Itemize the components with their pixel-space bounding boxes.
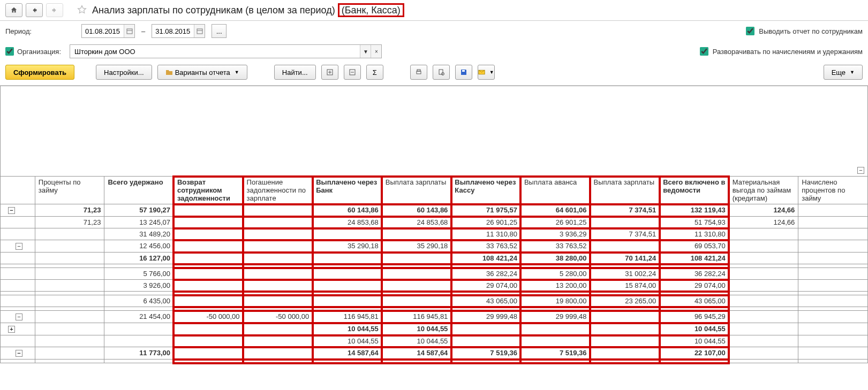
diskette-icon xyxy=(460,68,467,76)
table-cell: 7 374,51 xyxy=(590,204,660,217)
doc-search-icon xyxy=(437,68,445,76)
table-cell xyxy=(729,311,798,323)
table-cell: 33 763,52 xyxy=(451,240,521,253)
org-label: Организация: xyxy=(17,48,66,56)
home-button[interactable] xyxy=(5,3,22,17)
org-input[interactable] xyxy=(70,48,360,56)
table-cell xyxy=(243,323,313,335)
report-grid[interactable]: − Проценты по займуВсего удержаноВозврат… xyxy=(0,86,868,380)
tree-toggle[interactable]: − xyxy=(857,167,864,174)
table-cell xyxy=(798,280,868,292)
table-cell: 6 435,00 xyxy=(104,295,174,307)
table-cell xyxy=(35,347,104,360)
table-cell xyxy=(590,240,660,253)
settings-button[interactable]: Настройки... xyxy=(96,65,152,80)
favorite-icon[interactable] xyxy=(77,5,87,16)
table-cell: 11 310,80 xyxy=(451,228,521,240)
sigma-icon: Σ xyxy=(373,68,377,77)
sum-button[interactable]: Σ xyxy=(366,65,383,80)
svg-rect-11 xyxy=(439,70,443,74)
svg-rect-10 xyxy=(417,70,420,71)
collapse-all-button[interactable] xyxy=(344,65,361,80)
tree-toggle[interactable]: + xyxy=(8,326,15,333)
table-cell: 3 926,00 xyxy=(104,280,174,292)
find-button[interactable]: Найти... xyxy=(274,65,316,80)
date-to[interactable] xyxy=(152,24,205,38)
tree-toggle[interactable]: − xyxy=(16,350,22,357)
tree-toggle[interactable]: − xyxy=(8,207,15,214)
table-cell: 19 800,00 xyxy=(520,295,590,307)
table-cell: 33 763,52 xyxy=(520,240,590,253)
table-cell: 71 975,57 xyxy=(451,204,521,217)
table-cell: 7 374,51 xyxy=(590,228,660,240)
table-cell: 132 119,43 xyxy=(660,204,729,217)
dropdown-icon[interactable]: ▼ xyxy=(360,45,371,58)
folder-icon xyxy=(165,68,173,76)
table-cell xyxy=(35,323,104,335)
table-cell xyxy=(35,295,104,307)
email-button[interactable]: ▼ xyxy=(478,65,495,80)
table-cell xyxy=(313,228,382,240)
page-title: Анализ зарплаты по сотрудникам (в целом … xyxy=(92,5,404,16)
table-cell: 29 074,00 xyxy=(660,280,729,292)
table-cell xyxy=(35,360,104,363)
table-cell xyxy=(382,307,451,311)
table-cell xyxy=(729,268,798,280)
table-cell: 23 265,00 xyxy=(590,295,660,307)
back-button[interactable] xyxy=(26,3,43,17)
table-cell: 5 766,00 xyxy=(104,268,174,280)
date-from[interactable] xyxy=(81,24,135,38)
table-cell xyxy=(382,295,451,307)
table-cell xyxy=(590,335,660,347)
clear-icon[interactable]: × xyxy=(371,45,381,58)
table-cell: 14 587,64 xyxy=(382,347,451,360)
by-employees-checkbox[interactable] xyxy=(746,27,754,35)
table-cell xyxy=(451,264,521,268)
table-cell xyxy=(729,295,798,307)
by-employees-label: Выводить отчет по сотрудникам xyxy=(759,27,863,35)
org-select[interactable]: ▼ × xyxy=(70,44,382,58)
table-cell: 108 421,24 xyxy=(660,253,729,264)
expand-all-button[interactable] xyxy=(321,65,338,80)
calendar-icon[interactable] xyxy=(194,25,205,37)
table-cell: 3 936,29 xyxy=(520,228,590,240)
date-from-input[interactable] xyxy=(82,27,124,35)
table-cell: 13 245,07 xyxy=(104,217,174,228)
preview-button[interactable] xyxy=(433,65,450,80)
table-cell xyxy=(520,307,590,311)
svg-rect-2 xyxy=(197,29,202,34)
table-cell xyxy=(729,292,798,295)
table-cell xyxy=(382,360,451,363)
table-cell: 10 044,55 xyxy=(313,323,382,335)
table-cell xyxy=(173,253,243,264)
table-cell xyxy=(313,307,382,311)
table-cell: 70 141,24 xyxy=(590,253,660,264)
print-button[interactable] xyxy=(410,65,427,80)
tree-toggle[interactable]: − xyxy=(16,313,22,320)
table-cell xyxy=(798,217,868,228)
table-cell xyxy=(173,264,243,268)
table-cell xyxy=(798,240,868,253)
table-cell xyxy=(798,295,868,307)
table-cell xyxy=(173,228,243,240)
table-cell xyxy=(798,228,868,240)
table-cell xyxy=(104,335,174,347)
tree-toggle[interactable]: − xyxy=(16,243,22,250)
more-button[interactable]: Еще▼ xyxy=(824,65,863,80)
period-picker-button[interactable]: ... xyxy=(212,24,227,38)
date-to-input[interactable] xyxy=(152,27,194,35)
table-cell xyxy=(104,323,174,335)
column-header: Всего включено в ведомости xyxy=(660,177,729,204)
calendar-icon[interactable] xyxy=(124,25,134,37)
table-cell xyxy=(660,307,729,311)
table-cell: 108 421,24 xyxy=(451,253,521,264)
org-checkbox[interactable] xyxy=(5,47,14,56)
table-cell: 35 290,18 xyxy=(382,240,451,253)
variants-button[interactable]: Варианты отчета▼ xyxy=(157,65,247,80)
table-cell: 60 143,86 xyxy=(382,204,451,217)
expand-checkbox[interactable] xyxy=(700,47,708,56)
save-button[interactable] xyxy=(455,65,472,80)
table-cell xyxy=(729,335,798,347)
generate-button[interactable]: Сформировать xyxy=(5,65,74,80)
table-cell xyxy=(173,292,243,295)
